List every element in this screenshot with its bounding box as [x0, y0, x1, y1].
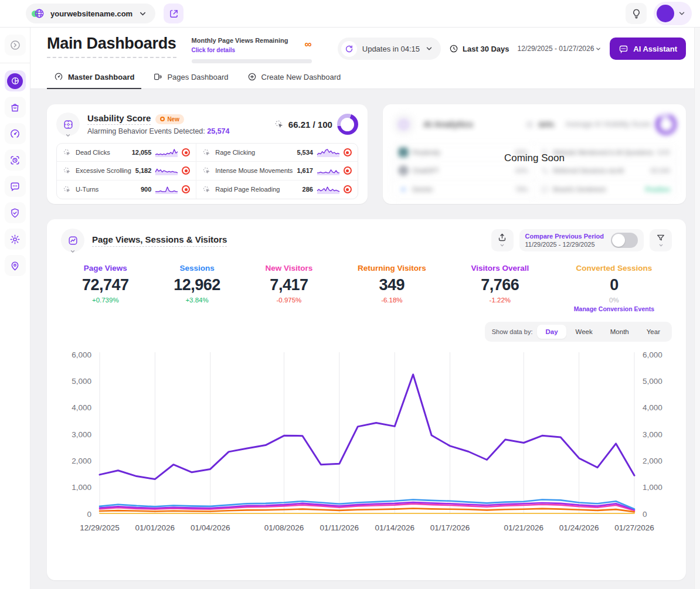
sidebar-item-locations[interactable] — [5, 255, 26, 276]
metric-page-views[interactable]: Page Views 72,747 +0.739% — [82, 264, 129, 312]
record-target-icon[interactable] — [182, 166, 190, 175]
usability-metric-row[interactable]: Dead Clicks 12,055 — [57, 144, 196, 162]
record-target-icon[interactable] — [344, 185, 352, 193]
svg-text:2,000: 2,000 — [643, 457, 662, 465]
sidebar-item-dashboards[interactable] — [5, 70, 26, 91]
website-name: yourwebsitename.com — [50, 9, 132, 18]
manage-conversion-events-link[interactable]: Manage Conversion Events — [574, 305, 654, 312]
sidebar-item-recordings[interactable] — [5, 149, 26, 171]
record-target-icon[interactable] — [344, 148, 352, 156]
chart-card-icon-button[interactable] — [61, 229, 84, 252]
ai-title: AI Analytics — [423, 119, 473, 130]
metric-converted-sessions[interactable]: Converted Sessions 0 0% Manage Conversio… — [574, 264, 654, 312]
usability-score-donut — [337, 114, 358, 135]
record-target-icon[interactable] — [344, 166, 352, 175]
ai-metric-row: ✻ ChatGPT 42% — [393, 162, 534, 180]
metric-value: 12,055 — [132, 149, 152, 156]
ideas-button[interactable] — [626, 3, 647, 24]
quota-details-link[interactable]: Click for details — [192, 47, 235, 53]
plus-circle-icon — [247, 72, 257, 81]
gauge-icon — [54, 72, 63, 81]
cursor-click-icon — [63, 185, 72, 194]
coming-soon-overlay: Coming Soon — [383, 152, 686, 164]
ai-assistant-label: AI Assistant — [633, 45, 677, 53]
metric-delta: 0% — [574, 297, 654, 304]
export-icon — [497, 233, 507, 243]
metric-delta: -0.975% — [266, 297, 313, 304]
ai-analytics-icon — [398, 119, 409, 130]
chevron-down-icon — [65, 132, 71, 138]
sidebar-item-security[interactable] — [5, 202, 26, 223]
metric-value: 12,962 — [174, 276, 220, 294]
chevron-down-icon — [70, 248, 76, 254]
metric-visitors-overall[interactable]: Visitors Overall 7,766 -1.22% — [471, 264, 529, 312]
chart-metrics: Page Views 72,747 +0.739% Sessions 12,96… — [61, 252, 672, 312]
metric-value: 5,534 — [297, 149, 313, 156]
range-dates: 12/29/2025 - 01/27/2026 — [518, 45, 594, 53]
granularity-year[interactable]: Year — [638, 325, 668, 339]
user-menu[interactable] — [654, 2, 692, 25]
metric-label: Intense Mouse Movements — [215, 167, 293, 174]
date-range-preset[interactable]: Last 30 Days — [449, 44, 509, 53]
svg-text:6,000: 6,000 — [72, 350, 91, 359]
svg-text:01/21/2026: 01/21/2026 — [504, 523, 544, 532]
usability-card-icon-button[interactable] — [56, 113, 80, 136]
usability-metric-row[interactable]: U-Turns 900 — [57, 181, 196, 199]
metric-label: Converted Sessions — [574, 264, 654, 273]
sidebar-item-speed[interactable] — [5, 123, 26, 144]
ai-card-icon-button[interactable] — [392, 113, 416, 136]
usability-metric-row[interactable]: Intense Mouse Movements 1,617 — [196, 162, 358, 180]
usability-score-value: 66.21 / 100 — [288, 120, 332, 130]
export-button[interactable] — [491, 229, 514, 251]
metric-new-visitors[interactable]: New Visitors 7,417 -0.975% — [266, 264, 313, 312]
record-target-icon[interactable] — [182, 148, 190, 156]
metric-label: Rage Clicking — [215, 149, 293, 156]
date-range-picker[interactable]: 12/29/2025 - 01/27/2026 — [518, 45, 602, 53]
usability-metric-row[interactable]: Excessive Scrolling 5,182 — [57, 162, 196, 180]
sparkline — [317, 166, 339, 175]
line-chart[interactable]: 001,0001,0002,0002,0003,0003,0004,0004,0… — [61, 345, 672, 542]
tab-create-new-dashboard[interactable]: Create New Dashboard — [240, 67, 348, 89]
scrollbar[interactable] — [694, 28, 700, 589]
filter-button[interactable] — [650, 229, 672, 251]
funnel-icon — [656, 233, 665, 243]
metric-sessions[interactable]: Sessions 12,962 +3.84% — [174, 264, 220, 312]
collapse-sidebar-button[interactable] — [5, 35, 26, 56]
sidebar-item-feedback[interactable] — [5, 176, 26, 197]
website-selector[interactable]: yourwebsitename.com — [26, 4, 155, 23]
ai-analytics-card: AI Analytics 84% Average AI Visibility S… — [383, 104, 686, 204]
compare-label[interactable]: Compare Previous Period — [525, 233, 604, 240]
record-target-icon[interactable] — [182, 185, 190, 193]
app: yourwebsitename.com — [0, 0, 700, 589]
svg-text:2,000: 2,000 — [72, 457, 91, 465]
range-label: Last 30 Days — [463, 45, 509, 53]
tab-pages-dashboard[interactable]: Pages Dashboard — [146, 67, 235, 89]
metric-value: 72,747 — [82, 276, 129, 294]
granularity-week[interactable]: Week — [568, 325, 601, 339]
main: Main Dashboards Monthly Page Views Remai… — [30, 28, 700, 589]
granularity-day[interactable]: Day — [537, 325, 566, 339]
metric-label: Brand's Sentiment — [553, 186, 641, 193]
svg-text:0: 0 — [643, 510, 647, 519]
svg-text:1,000: 1,000 — [72, 483, 91, 492]
metric-value: 7,766 — [471, 276, 529, 294]
granularity-month[interactable]: Month — [602, 325, 637, 339]
metric-label: Referred Sessions via AI — [553, 167, 647, 174]
svg-text:01/27/2026: 01/27/2026 — [614, 523, 654, 532]
metric-returning-visitors[interactable]: Returning Visitors 349 -6.18% — [358, 264, 426, 312]
open-website-button[interactable] — [164, 4, 184, 23]
tab-label: Create New Dashboard — [261, 73, 341, 81]
sidebar-item-settings[interactable] — [5, 229, 26, 250]
sidebar-item-store[interactable] — [5, 97, 26, 118]
updates-refresh-button[interactable]: Updates in 04:15 — [338, 38, 441, 60]
chevron-down-icon — [138, 9, 147, 18]
collapse-sidebar-icon — [9, 39, 21, 51]
compare-toggle[interactable] — [611, 233, 638, 248]
sparkline — [155, 185, 178, 194]
usability-metric-row[interactable]: Rage Clicking 5,534 — [196, 144, 358, 162]
tab-master-dashboard[interactable]: Master Dashboard — [47, 67, 141, 89]
metric-value: 349 — [358, 276, 426, 294]
usability-metric-row[interactable]: Rapid Page Reloading 286 — [196, 181, 358, 199]
metric-value: 42% — [515, 167, 528, 174]
ai-assistant-button[interactable]: AI Assistant — [610, 38, 686, 60]
